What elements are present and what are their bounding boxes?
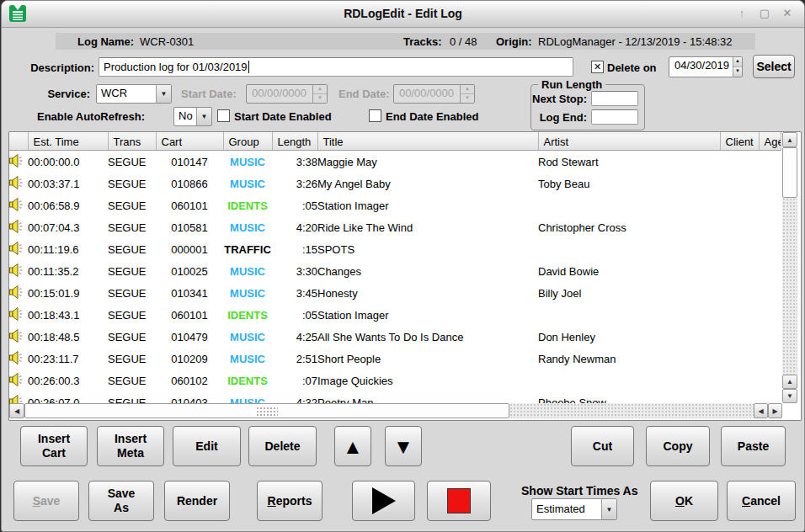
cell-group: MUSIC — [223, 260, 272, 282]
scroll-left-icon[interactable]: ◀ — [754, 403, 768, 418]
cell-est-time: 00:00:00.0 — [28, 151, 108, 173]
col-trans[interactable]: Trans — [108, 133, 156, 151]
scroll-right-icon[interactable]: ▶ — [768, 403, 782, 418]
log-row[interactable]: 00:23:11.7SEGUE010209MUSIC2:51Short Peop… — [9, 348, 781, 370]
col-group[interactable]: Group — [223, 133, 272, 151]
scroll-down-icon[interactable]: ▼ — [782, 389, 797, 403]
cell-est-time: 00:26:00.3 — [28, 370, 108, 391]
up-arrow-icon: ▲ — [343, 439, 363, 454]
title-bar[interactable]: RDLogEdit - Edit Log ↑ ▢ ✕ — [2, 1, 804, 28]
log-row[interactable]: 00:06:58.9SEGUE060101IDENTS:05Station Im… — [9, 194, 781, 216]
cell-cart: 010209 — [156, 348, 223, 370]
delete-button[interactable]: Delete — [248, 426, 317, 466]
cell-client — [720, 282, 759, 304]
cell-age — [759, 194, 781, 216]
log-table-body: 00:00:00.0SEGUE010147MUSIC3:38Maggie May… — [9, 151, 781, 414]
col-title[interactable]: Title — [317, 133, 538, 151]
rollup-icon[interactable]: ↑ — [733, 5, 750, 22]
stop-button[interactable] — [427, 481, 491, 521]
service-combobox[interactable]: WCR ▼ — [96, 84, 172, 104]
vertical-scrollbar[interactable]: ▲ ▲ ▼ — [782, 132, 797, 403]
delete-date-spinbox[interactable]: 04/30/2019 ▲ ▼ — [669, 56, 743, 77]
ok-button[interactable]: OK — [650, 481, 718, 521]
end-date-enabled-checkbox[interactable] — [369, 109, 381, 122]
log-end-label: Log End: — [531, 111, 587, 124]
vertical-scrollbar-track[interactable] — [782, 198, 797, 375]
col-length[interactable]: Length — [272, 133, 317, 151]
cell-cart: 060101 — [156, 194, 223, 216]
log-row[interactable]: 00:00:00.0SEGUE010147MUSIC3:38Maggie May… — [9, 151, 781, 173]
close-icon[interactable]: ✕ — [779, 5, 796, 22]
save-as-button[interactable]: Save As — [88, 481, 154, 521]
scroll-up-icon[interactable]: ▲ — [782, 132, 797, 147]
log-row[interactable]: 00:26:00.3SEGUE060102IDENTS:07Image Quic… — [9, 370, 781, 391]
log-row[interactable]: 00:03:37.1SEGUE010866MUSIC3:26My Angel B… — [9, 173, 781, 194]
insert-cart-button[interactable]: Insert Cart — [20, 426, 88, 466]
start-date-enabled-checkbox[interactable] — [217, 109, 230, 122]
next-stop-label: Next Stop: — [531, 93, 587, 105]
cell-speaker — [9, 370, 28, 391]
col-artist[interactable]: Artist — [538, 133, 720, 151]
reports-button[interactable]: Reports — [257, 481, 323, 521]
description-label: Description: — [25, 61, 94, 74]
move-down-button[interactable]: ▼ — [385, 426, 422, 466]
col-age[interactable]: Age — [759, 133, 781, 151]
paste-button[interactable]: Paste — [721, 426, 786, 466]
log-row[interactable]: 00:15:01.9SEGUE010341MUSIC3:45HonestyBil… — [9, 282, 781, 304]
col-icon[interactable] — [9, 133, 28, 151]
cell-title: Maggie May — [317, 151, 538, 173]
insert-meta-button[interactable]: Insert Meta — [97, 426, 164, 466]
cell-title: My Angel Baby — [317, 173, 538, 194]
cell-client — [720, 260, 759, 282]
col-client[interactable]: Client — [720, 133, 759, 151]
log-row[interactable]: 00:11:19.6SEGUE000001TRAFFIC:15SPOTS — [9, 238, 781, 260]
cell-client — [720, 348, 759, 370]
description-input[interactable]: Production log for 01/03/2019 — [99, 57, 573, 77]
cell-est-time: 00:18:48.5 — [28, 326, 108, 348]
play-button[interactable] — [352, 481, 415, 521]
cell-title: Honesty — [317, 282, 538, 304]
col-est-time[interactable]: Est. Time — [28, 133, 108, 151]
cell-artist: Don Henley — [538, 326, 720, 348]
scroll-up-icon[interactable]: ▲ — [782, 375, 797, 389]
log-row[interactable]: 00:18:43.1SEGUE060101IDENTS:05Station Im… — [9, 304, 781, 326]
edit-button[interactable]: Edit — [173, 426, 241, 466]
maximize-icon[interactable]: ▢ — [756, 5, 773, 22]
cell-cart: 010147 — [156, 151, 223, 173]
cell-title: Changes — [317, 260, 538, 282]
vertical-scrollbar-thumb[interactable] — [782, 147, 797, 198]
spin-down-icon[interactable]: ▼ — [733, 67, 742, 77]
cut-button[interactable]: Cut — [571, 426, 634, 466]
cell-trans: SEGUE — [108, 326, 156, 348]
origin-label: Origin: — [496, 35, 532, 48]
show-start-times-value: Estimated — [532, 499, 601, 519]
move-up-button[interactable]: ▲ — [334, 426, 371, 466]
autorefresh-combobox[interactable]: No ▼ — [173, 107, 212, 126]
show-start-times-combobox[interactable]: Estimated ▼ — [531, 498, 617, 520]
cell-trans: SEGUE — [108, 238, 156, 260]
log-row[interactable]: 00:18:48.5SEGUE010479MUSIC4:25All She Wa… — [9, 326, 781, 348]
cell-cart: 060101 — [156, 304, 223, 326]
log-row[interactable]: 00:11:35.2SEGUE010025MUSIC3:30ChangesDav… — [9, 260, 781, 282]
cell-trans: SEGUE — [108, 260, 156, 282]
cell-artist: Toby Beau — [538, 173, 720, 194]
select-date-button[interactable]: Select — [753, 55, 795, 78]
save-button[interactable]: Save — [13, 481, 79, 521]
cell-speaker — [9, 304, 28, 326]
copy-button[interactable]: Copy — [646, 426, 710, 466]
log-table-header: Est. Time Trans Cart Group Length Title … — [9, 133, 781, 151]
delete-on-checkbox[interactable]: ✕ — [591, 61, 604, 73]
cancel-button[interactable]: Cancel — [727, 481, 796, 521]
log-row[interactable]: 00:07:04.3SEGUE010581MUSIC4:20Ride Like … — [9, 216, 781, 238]
combo-arrow-icon: ▼ — [156, 85, 171, 103]
horizontal-scrollbar[interactable]: ◀ ◀ ▶ — [9, 403, 782, 418]
horizontal-scrollbar-track[interactable] — [509, 403, 754, 418]
cell-cart: 060102 — [156, 370, 223, 391]
autorefresh-label: Enable AutoRefresh: — [37, 110, 145, 123]
horizontal-scrollbar-thumb[interactable] — [24, 403, 509, 418]
render-button[interactable]: Render — [164, 481, 230, 521]
spin-up-icon[interactable]: ▲ — [733, 57, 742, 67]
scroll-left-icon[interactable]: ◀ — [9, 403, 24, 418]
speaker-icon — [9, 198, 24, 211]
col-cart[interactable]: Cart — [156, 133, 223, 151]
